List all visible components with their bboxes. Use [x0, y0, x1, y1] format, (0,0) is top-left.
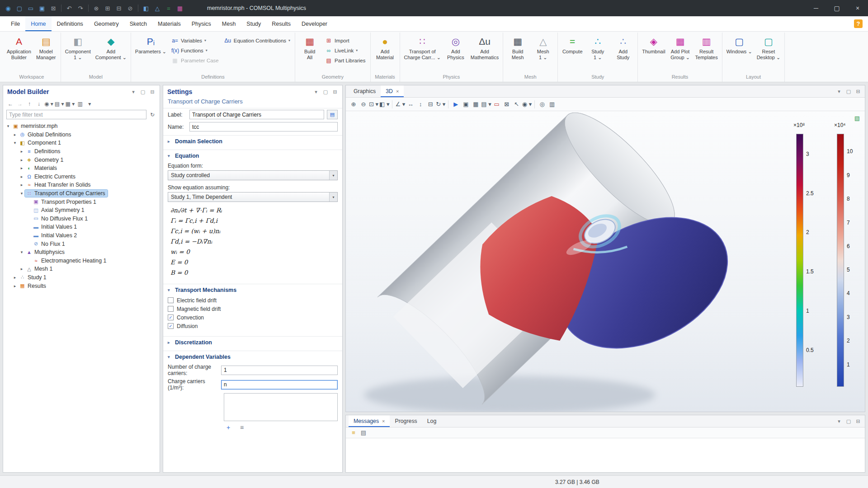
equation-header[interactable]: ▾ Equation: [163, 150, 342, 162]
import-button[interactable]: ⊞Import: [323, 36, 368, 45]
rename-icon[interactable]: ▤: [327, 110, 338, 119]
go-to-default-view-icon[interactable]: ◧ ▾: [379, 100, 389, 109]
tree-node-study-1[interactable]: ▸∴Study 1: [3, 273, 160, 282]
move-up-icon[interactable]: ↑: [25, 100, 33, 108]
build-all-button[interactable]: ▦Build All: [297, 33, 322, 62]
charge-carriers-input[interactable]: [221, 380, 338, 389]
discretization-header[interactable]: ▸ Discretization: [163, 337, 342, 348]
menu-materials[interactable]: Materials: [152, 16, 186, 31]
play-animation-icon[interactable]: ▶: [451, 100, 460, 109]
back-icon[interactable]: ←: [6, 100, 14, 108]
tree-toggle-icon[interactable]: ▸: [19, 174, 25, 179]
image-snapshot-icon[interactable]: ▣: [461, 100, 470, 109]
close-tab-icon[interactable]: ×: [382, 418, 385, 424]
tree-node-results[interactable]: ▸▦Results: [3, 282, 160, 290]
tree-node-global-definitions[interactable]: ▸◎Global Definitions: [3, 131, 160, 139]
tab-progress[interactable]: Progress: [390, 415, 422, 427]
tree-toggle-icon[interactable]: ▸: [19, 183, 25, 187]
compute-quick-icon[interactable]: =: [163, 3, 174, 14]
panel-menu-icon[interactable]: ▾: [836, 418, 842, 424]
equation-contributions-button[interactable]: ΔuEquation Contributions▾: [222, 36, 292, 45]
tree-node-definitions[interactable]: ▸≡Definitions: [3, 147, 160, 156]
probe-icon[interactable]: ↖: [512, 100, 521, 109]
windows-button[interactable]: ▢Windows ⌄: [725, 33, 754, 56]
tree-node-transport-properties-1[interactable]: ▣Transport Properties 1: [3, 197, 160, 206]
tree-node-no-diffusive-flux-1[interactable]: ▭No Diffusive Flux 1: [3, 215, 160, 223]
forward-icon[interactable]: →: [16, 100, 24, 108]
checkbox-electric-field-drift[interactable]: [168, 297, 174, 303]
float-panel-icon[interactable]: ▢: [322, 89, 329, 95]
add-component-quick-icon[interactable]: ◧: [141, 3, 151, 14]
tree-node-electromagnetic-heating-1[interactable]: ≈Electromagnetic Heating 1: [3, 257, 160, 265]
view-orientation-icon[interactable]: ∠ ▾: [395, 100, 405, 109]
add-component-button[interactable]: ◆Add Component ⌄: [94, 33, 128, 62]
refresh-icon[interactable]: ↻: [148, 111, 156, 119]
livelink-button[interactable]: ∞LiveLink▾: [323, 46, 368, 55]
scene-settings-icon[interactable]: ◉ ▾: [522, 100, 532, 109]
move-down-icon[interactable]: ↓: [35, 100, 43, 108]
comsol-logo-icon[interactable]: ◉: [3, 3, 14, 14]
zoom-out-icon[interactable]: ⊖: [359, 100, 368, 109]
add-mathematics-button[interactable]: ΔuAdd Mathematics: [469, 33, 500, 62]
float-panel-icon[interactable]: ▢: [140, 89, 146, 95]
show-hide-nodes-icon[interactable]: ◉ ▾: [44, 100, 53, 108]
tree-node-materials[interactable]: ▸◐Materials: [3, 164, 160, 173]
add-plot-group-button[interactable]: ▦Add Plot Group ⌄: [668, 33, 693, 62]
application-builder-button[interactable]: AApplication Builder: [5, 33, 33, 62]
tree-toggle-icon[interactable]: ▸: [19, 166, 25, 170]
new-file-icon[interactable]: ▢: [14, 3, 25, 14]
tab-3d[interactable]: 3D×: [381, 85, 404, 97]
component-1-button[interactable]: ◧Component 1 ⌄: [63, 33, 93, 62]
tree-toggle-icon[interactable]: ▸: [12, 275, 18, 280]
carrier-list-options-button[interactable]: ≡: [237, 423, 246, 432]
lock-view-icon[interactable]: ⊠: [502, 100, 511, 109]
study-1-button[interactable]: ∴Study 1 ⌄: [585, 33, 610, 62]
paste-icon[interactable]: ⊟: [113, 3, 124, 14]
part-libraries-button[interactable]: ▤Part Libraries: [323, 56, 368, 65]
build-mesh-quick-icon[interactable]: △: [152, 3, 163, 14]
copy-icon[interactable]: ⊞: [102, 3, 113, 14]
menu-file[interactable]: File: [5, 16, 25, 31]
y-axis-view-icon[interactable]: ↕: [416, 100, 425, 109]
close-tab-icon[interactable]: ×: [396, 89, 399, 94]
zoom-in-icon[interactable]: ⊕: [349, 100, 358, 109]
x-axis-view-icon[interactable]: ↔: [406, 100, 415, 109]
tab-log[interactable]: Log: [422, 415, 442, 427]
tree-node-no-flux-1[interactable]: ⊘No Flux 1: [3, 239, 160, 248]
node-text-icon[interactable]: ▤ ▾: [55, 100, 64, 108]
dependent-variables-header[interactable]: ▾ Dependent Variables: [163, 351, 342, 363]
plot-table-icon[interactable]: ▦: [471, 100, 480, 109]
tree-node-geometry-1[interactable]: ▸◈Geometry 1: [3, 155, 160, 164]
transport-mechanisms-header[interactable]: ▾ Transport Mechanisms: [163, 284, 342, 296]
panel-menu-icon[interactable]: ▾: [836, 88, 842, 94]
filter-input[interactable]: [6, 110, 146, 119]
tab-messages[interactable]: Messages×: [349, 415, 390, 427]
tree-toggle-icon[interactable]: ▸: [19, 149, 25, 154]
tree-toggle-icon[interactable]: ▸: [19, 158, 25, 162]
tree-node-mesh-1[interactable]: ▸△Mesh 1: [3, 265, 160, 273]
parameters-button[interactable]: PᵢParameters ⌄: [133, 33, 168, 56]
variables-button[interactable]: a=Variables▾: [169, 36, 221, 45]
menu-geometry[interactable]: Geometry: [89, 16, 124, 31]
tree-node-component-1[interactable]: ▾◧Component 1: [3, 139, 160, 147]
float-panel-icon[interactable]: ▢: [845, 418, 852, 424]
float-panel-icon[interactable]: ▢: [845, 88, 852, 94]
checkbox-diffusion[interactable]: ✓: [168, 323, 174, 329]
pin-panel-icon[interactable]: ⊟: [855, 88, 861, 94]
model-manager-button[interactable]: ▤Model Manager: [34, 33, 58, 62]
pin-panel-icon[interactable]: ⊟: [855, 418, 861, 424]
add-plot-quick-icon[interactable]: ▦: [175, 3, 185, 14]
tree-node-initial-values-2[interactable]: ▬Initial Values 2: [3, 231, 160, 240]
functions-button[interactable]: f(x)Functions▾: [169, 46, 221, 55]
tree-node-heat-transfer-in-solids[interactable]: ▸≈Heat Transfer in Solids: [3, 181, 160, 189]
tree-node-axial-symmetry-1[interactable]: ◫Axial Symmetry 1: [3, 206, 160, 215]
reset-desktop-button[interactable]: ▢Reset Desktop ⌄: [755, 33, 783, 62]
cut-icon[interactable]: ⊗: [91, 3, 102, 14]
compute-button[interactable]: =Compute: [560, 33, 585, 56]
minimize-button[interactable]: ─: [806, 0, 826, 16]
panel-menu-icon[interactable]: ▾: [130, 89, 137, 95]
print-plot-icon[interactable]: ▥: [547, 100, 557, 109]
tree-toggle-icon[interactable]: ▾: [19, 250, 25, 254]
number-of-charge-carriers-input[interactable]: [221, 366, 338, 375]
charge-carriers-list[interactable]: [224, 393, 338, 421]
